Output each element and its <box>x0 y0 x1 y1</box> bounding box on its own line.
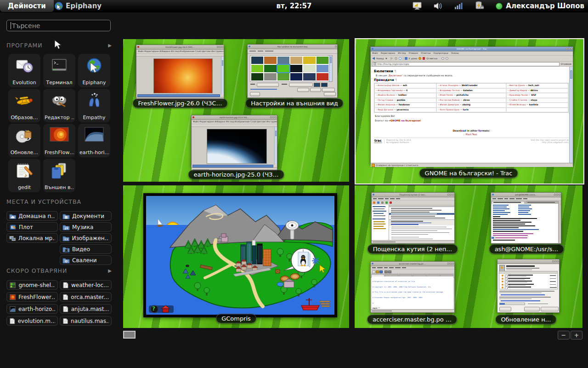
delete-icon[interactable] <box>390 201 392 204</box>
appearance-tabs[interactable] <box>248 49 337 54</box>
zoom-out-button[interactable]: − <box>558 331 570 339</box>
place-item-local-network[interactable]: Локална мр… <box>6 233 58 243</box>
wallpaper-scrollbar[interactable] <box>329 56 332 81</box>
recent-item[interactable]: earth-horizo… <box>6 304 58 314</box>
forward-icon[interactable] <box>385 201 388 204</box>
wallpaper-thumb[interactable] <box>251 73 263 80</box>
help-button[interactable] <box>250 92 260 96</box>
bulletins-link[interactable]: „Бюлетини“ <box>388 74 403 77</box>
page-scrollbar[interactable] <box>569 67 573 163</box>
menu-tabs[interactable]: Подпрозорци <box>433 52 448 55</box>
new-doc-icon[interactable] <box>372 270 375 273</box>
open-icon[interactable] <box>376 270 379 273</box>
wallpaper-grid[interactable] <box>250 55 333 82</box>
update-window[interactable] <box>497 259 560 313</box>
workspace-4[interactable]: Пощенска кутия (2 неп… <box>355 185 582 328</box>
place-item-desktop[interactable]: Плот <box>6 222 58 232</box>
workspace-1[interactable]: FreshFlower.jpg-26.0 (ЧЗС… Файл Редактир… <box>123 39 349 182</box>
app-tile-empathy[interactable]: Empathy <box>78 89 110 122</box>
wallpaper-thumb[interactable] <box>251 57 263 64</box>
wallpaper-thumb-selected[interactable] <box>277 65 289 72</box>
app-tile-software-update[interactable]: Обновле… <box>8 124 40 157</box>
gedit-text-area[interactable]: # Bulgarian translation of accerciser po… <box>372 276 453 309</box>
add-button[interactable] <box>322 88 335 92</box>
wallpaper-thumb[interactable] <box>303 65 315 72</box>
recent-item[interactable]: FreshFlower… <box>6 292 58 302</box>
recent-item[interactable]: anjuta.mast… <box>60 304 112 314</box>
menu-bookmarks[interactable]: Отметки <box>421 52 430 55</box>
selected-message-row[interactable] <box>389 213 454 215</box>
app-tile-epiphany[interactable]: Epiphany <box>78 54 110 87</box>
place-item-video[interactable]: Видео <box>60 244 112 254</box>
gimp-hscrollbar[interactable] <box>137 94 220 97</box>
wallpaper-thumb[interactable] <box>277 57 289 64</box>
recent-item[interactable]: evolution.m… <box>6 316 58 326</box>
app-tile-gimp[interactable]: Редактор … <box>43 89 75 122</box>
gimp-vscrollbar[interactable] <box>221 57 224 94</box>
info-link[interactable] <box>501 300 540 301</box>
gcompris-help-glyph[interactable]: ? <box>152 305 155 312</box>
gimp-vscrollbar[interactable] <box>274 127 277 165</box>
workspace-switcher-thumb[interactable] <box>123 331 136 339</box>
place-item-downloads[interactable]: Свалени <box>60 255 112 265</box>
zoom-out-icon[interactable] <box>441 57 444 60</box>
back-dropdown-icon[interactable] <box>385 58 387 59</box>
install-updates-button[interactable] <box>541 307 559 311</box>
gimp-hscrollbar[interactable] <box>192 165 273 167</box>
check-button[interactable] <box>524 307 540 311</box>
home-button[interactable]: У дома <box>409 57 418 60</box>
gcompris-window[interactable]: ? <box>143 193 337 317</box>
menu-file[interactable]: Файл <box>372 52 378 55</box>
forward-icon[interactable] <box>390 57 393 60</box>
place-item-documents[interactable]: Документи <box>60 211 112 221</box>
color-swatch-2[interactable] <box>321 83 328 87</box>
menu-edit[interactable]: Редактиране <box>381 52 396 55</box>
recent-item[interactable]: orca.master.… <box>60 292 112 302</box>
workspace-3[interactable]: ? GCompris <box>123 185 349 328</box>
trac-url-link[interactable]: http://trac.edgewall.com/ <box>542 141 569 144</box>
gimp-freshflower-window[interactable]: FreshFlower.jpg-26.0 (ЧЗС… Файл Редактир… <box>136 45 224 98</box>
bookmark-icon[interactable] <box>423 57 425 60</box>
url-field[interactable]: http://fsa-bg.org/project/gtp <box>372 62 560 66</box>
trac-logo[interactable]: trac <box>374 139 382 143</box>
app-tile-gedit[interactable]: gedit <box>8 159 40 192</box>
reload-icon[interactable] <box>399 57 401 60</box>
restore-button[interactable] <box>297 88 309 92</box>
menu-help[interactable]: Помощ <box>451 52 459 55</box>
workspace-2-active[interactable]: GNOME на български! - Trac Файл Редактир… <box>355 38 584 184</box>
app-tile-evolution[interactable]: Evolution <box>8 54 40 87</box>
app-tile-freshflower[interactable]: FreshFlow… <box>43 124 75 157</box>
back-icon[interactable] <box>372 57 375 60</box>
remove-button[interactable] <box>310 88 321 92</box>
home-icon[interactable] <box>405 57 407 60</box>
place-item-home[interactable]: Домашна п… <box>6 211 58 221</box>
terminal-scrollbar[interactable] <box>558 204 560 243</box>
appearance-window[interactable]: Настройки на външния вид <box>247 44 338 98</box>
send-receive-icon[interactable] <box>377 201 379 204</box>
menu-view[interactable]: Изглед <box>398 52 406 55</box>
wallpaper-thumb[interactable] <box>303 57 315 64</box>
go-button[interactable]: Отиване <box>561 63 571 65</box>
network-signal-icon[interactable] <box>454 2 464 10</box>
team-link[interactable]: →GNOME на български! <box>389 119 421 122</box>
wallpaper-thumb[interactable] <box>290 65 302 72</box>
message-list[interactable] <box>389 207 454 219</box>
recent-expander-icon[interactable]: ▶ <box>108 268 112 273</box>
wallpaper-thumb[interactable] <box>317 57 328 64</box>
app-tile-earth-horizon[interactable]: earth-hori… <box>78 124 110 157</box>
display-settings-icon[interactable] <box>412 2 422 10</box>
wallpaper-thumb[interactable] <box>317 73 328 80</box>
programs-expander-icon[interactable]: ▶ <box>108 43 112 48</box>
app-menu[interactable]: Epiphany <box>54 0 102 12</box>
color-swatch-1[interactable] <box>314 83 320 87</box>
wallpaper-thumb[interactable] <box>303 73 315 80</box>
close-button[interactable] <box>324 92 336 96</box>
history-icon[interactable] <box>418 57 421 60</box>
app-tile-appearance[interactable]: Външен в… <box>43 159 75 192</box>
pilcrow[interactable]: ¶ <box>394 69 396 73</box>
wallpaper-thumb[interactable] <box>264 73 276 80</box>
update-list[interactable] <box>499 271 558 289</box>
epiphany-window[interactable]: GNOME на български! - Trac Файл Редактир… <box>370 46 573 165</box>
get-more-link[interactable] <box>250 89 277 90</box>
terminal-window[interactable]: ash@GNOME:/usr/s… <box>491 192 561 244</box>
